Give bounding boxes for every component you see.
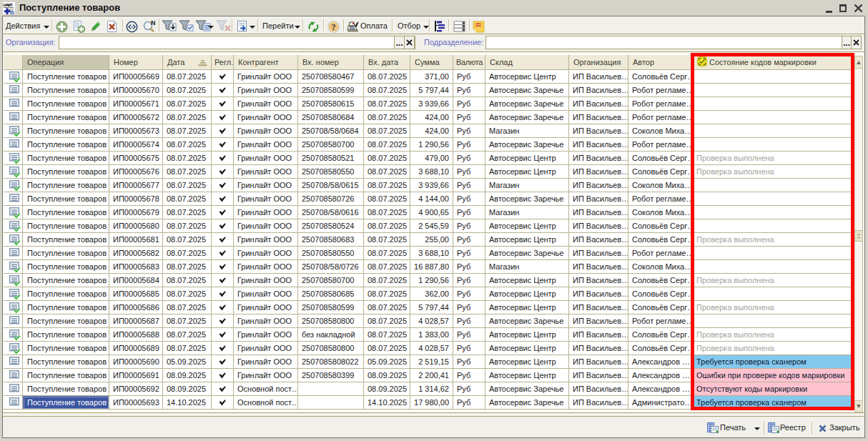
svg-text:НАКЛ: НАКЛ bbox=[4, 3, 13, 7]
svg-text:?: ? bbox=[331, 22, 335, 32]
svg-text:N: N bbox=[151, 20, 156, 26]
